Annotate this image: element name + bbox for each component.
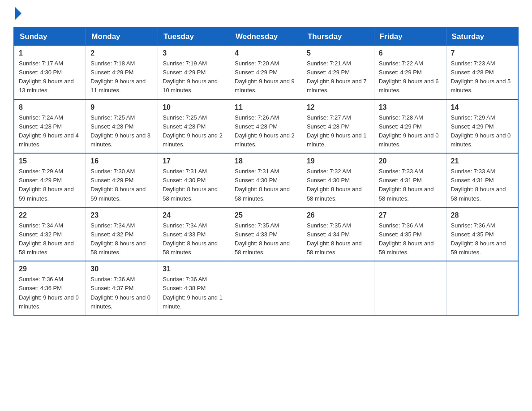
day-number: 1	[19, 49, 81, 57]
table-row: 24Sunrise: 7:34 AMSunset: 4:33 PMDayligh…	[158, 207, 230, 261]
table-row: 13Sunrise: 7:28 AMSunset: 4:29 PMDayligh…	[374, 99, 446, 154]
day-number: 11	[235, 103, 297, 111]
day-info: Sunrise: 7:36 AMSunset: 4:35 PMDaylight:…	[451, 221, 513, 257]
day-number: 2	[90, 49, 153, 57]
day-number: 20	[379, 157, 442, 165]
day-info: Sunrise: 7:18 AMSunset: 4:29 PMDaylight:…	[90, 59, 153, 95]
table-row: 26Sunrise: 7:35 AMSunset: 4:34 PMDayligh…	[302, 207, 374, 261]
day-info: Sunrise: 7:25 AMSunset: 4:28 PMDaylight:…	[163, 113, 225, 150]
day-number: 29	[19, 265, 81, 273]
header-friday: Friday	[374, 27, 446, 46]
weekday-header-row: Sunday Monday Tuesday Wednesday Thursday…	[14, 27, 518, 46]
day-number: 22	[19, 211, 81, 219]
day-number: 6	[379, 49, 442, 57]
day-info: Sunrise: 7:31 AMSunset: 4:30 PMDaylight:…	[235, 167, 297, 203]
day-number: 15	[19, 157, 81, 165]
table-row: 27Sunrise: 7:36 AMSunset: 4:35 PMDayligh…	[374, 207, 446, 261]
day-info: Sunrise: 7:31 AMSunset: 4:30 PMDaylight:…	[163, 167, 225, 203]
table-row: 28Sunrise: 7:36 AMSunset: 4:35 PMDayligh…	[446, 207, 518, 261]
table-row	[302, 261, 374, 315]
day-info: Sunrise: 7:32 AMSunset: 4:30 PMDaylight:…	[307, 167, 369, 203]
day-info: Sunrise: 7:25 AMSunset: 4:28 PMDaylight:…	[90, 113, 153, 150]
day-number: 21	[451, 157, 513, 165]
table-row: 10Sunrise: 7:25 AMSunset: 4:28 PMDayligh…	[158, 99, 230, 154]
day-info: Sunrise: 7:33 AMSunset: 4:31 PMDaylight:…	[451, 167, 513, 203]
table-row: 30Sunrise: 7:36 AMSunset: 4:37 PMDayligh…	[86, 261, 158, 315]
table-row: 6Sunrise: 7:22 AMSunset: 4:29 PMDaylight…	[374, 46, 446, 99]
table-row: 7Sunrise: 7:23 AMSunset: 4:28 PMDaylight…	[446, 46, 518, 99]
day-info: Sunrise: 7:26 AMSunset: 4:28 PMDaylight:…	[235, 113, 297, 150]
table-row	[230, 261, 302, 315]
table-row: 20Sunrise: 7:33 AMSunset: 4:31 PMDayligh…	[374, 153, 446, 207]
table-row	[446, 261, 518, 315]
table-row: 18Sunrise: 7:31 AMSunset: 4:30 PMDayligh…	[230, 153, 302, 207]
day-info: Sunrise: 7:35 AMSunset: 4:33 PMDaylight:…	[235, 221, 297, 257]
day-info: Sunrise: 7:24 AMSunset: 4:28 PMDaylight:…	[19, 113, 81, 150]
header-wednesday: Wednesday	[230, 27, 302, 46]
day-number: 7	[451, 49, 513, 57]
table-row: 9Sunrise: 7:25 AMSunset: 4:28 PMDaylight…	[86, 99, 158, 154]
day-info: Sunrise: 7:34 AMSunset: 4:32 PMDaylight:…	[19, 221, 81, 257]
day-info: Sunrise: 7:22 AMSunset: 4:29 PMDaylight:…	[379, 59, 442, 95]
table-row: 8Sunrise: 7:24 AMSunset: 4:28 PMDaylight…	[14, 99, 86, 154]
day-info: Sunrise: 7:28 AMSunset: 4:29 PMDaylight:…	[379, 113, 442, 150]
day-info: Sunrise: 7:27 AMSunset: 4:28 PMDaylight:…	[307, 113, 369, 150]
table-row: 11Sunrise: 7:26 AMSunset: 4:28 PMDayligh…	[230, 99, 302, 154]
day-number: 3	[163, 49, 225, 57]
calendar-table: Sunday Monday Tuesday Wednesday Thursday…	[13, 27, 519, 316]
header-monday: Monday	[86, 27, 158, 46]
day-info: Sunrise: 7:36 AMSunset: 4:36 PMDaylight:…	[19, 275, 81, 311]
table-row: 15Sunrise: 7:29 AMSunset: 4:29 PMDayligh…	[14, 153, 86, 207]
table-row: 21Sunrise: 7:33 AMSunset: 4:31 PMDayligh…	[446, 153, 518, 207]
day-number: 26	[307, 211, 369, 219]
table-row: 4Sunrise: 7:20 AMSunset: 4:29 PMDaylight…	[230, 46, 302, 99]
day-number: 5	[307, 49, 369, 57]
day-info: Sunrise: 7:36 AMSunset: 4:37 PMDaylight:…	[90, 275, 153, 311]
logo-arrow-icon	[15, 7, 21, 20]
calendar-week-row: 15Sunrise: 7:29 AMSunset: 4:29 PMDayligh…	[14, 153, 518, 207]
day-number: 13	[379, 103, 442, 111]
table-row: 17Sunrise: 7:31 AMSunset: 4:30 PMDayligh…	[158, 153, 230, 207]
table-row: 12Sunrise: 7:27 AMSunset: 4:28 PMDayligh…	[302, 99, 374, 154]
day-info: Sunrise: 7:23 AMSunset: 4:28 PMDaylight:…	[451, 59, 513, 95]
day-info: Sunrise: 7:20 AMSunset: 4:29 PMDaylight:…	[235, 59, 297, 95]
day-number: 25	[235, 211, 297, 219]
day-info: Sunrise: 7:36 AMSunset: 4:38 PMDaylight:…	[163, 275, 225, 311]
table-row: 3Sunrise: 7:19 AMSunset: 4:29 PMDaylight…	[158, 46, 230, 99]
day-info: Sunrise: 7:33 AMSunset: 4:31 PMDaylight:…	[379, 167, 442, 203]
table-row: 22Sunrise: 7:34 AMSunset: 4:32 PMDayligh…	[14, 207, 86, 261]
calendar-week-row: 22Sunrise: 7:34 AMSunset: 4:32 PMDayligh…	[14, 207, 518, 261]
table-row: 23Sunrise: 7:34 AMSunset: 4:32 PMDayligh…	[86, 207, 158, 261]
day-number: 16	[90, 157, 153, 165]
day-number: 8	[19, 103, 81, 111]
day-number: 17	[163, 157, 225, 165]
day-info: Sunrise: 7:35 AMSunset: 4:34 PMDaylight:…	[307, 221, 369, 257]
day-number: 31	[163, 265, 225, 273]
page-header	[13, 9, 519, 20]
header-tuesday: Tuesday	[158, 27, 230, 46]
header-sunday: Sunday	[14, 27, 86, 46]
table-row: 5Sunrise: 7:21 AMSunset: 4:29 PMDaylight…	[302, 46, 374, 99]
day-info: Sunrise: 7:36 AMSunset: 4:35 PMDaylight:…	[379, 221, 442, 257]
header-saturday: Saturday	[446, 27, 518, 46]
table-row: 16Sunrise: 7:30 AMSunset: 4:29 PMDayligh…	[86, 153, 158, 207]
day-info: Sunrise: 7:29 AMSunset: 4:29 PMDaylight:…	[451, 113, 513, 150]
table-row	[374, 261, 446, 315]
day-number: 4	[235, 49, 297, 57]
day-info: Sunrise: 7:34 AMSunset: 4:32 PMDaylight:…	[90, 221, 153, 257]
day-info: Sunrise: 7:34 AMSunset: 4:33 PMDaylight:…	[163, 221, 225, 257]
header-thursday: Thursday	[302, 27, 374, 46]
table-row: 29Sunrise: 7:36 AMSunset: 4:36 PMDayligh…	[14, 261, 86, 315]
day-number: 19	[307, 157, 369, 165]
day-info: Sunrise: 7:29 AMSunset: 4:29 PMDaylight:…	[19, 167, 81, 203]
day-number: 10	[163, 103, 225, 111]
table-row: 14Sunrise: 7:29 AMSunset: 4:29 PMDayligh…	[446, 99, 518, 154]
day-info: Sunrise: 7:19 AMSunset: 4:29 PMDaylight:…	[163, 59, 225, 95]
day-number: 18	[235, 157, 297, 165]
table-row: 2Sunrise: 7:18 AMSunset: 4:29 PMDaylight…	[86, 46, 158, 99]
calendar-week-row: 1Sunrise: 7:17 AMSunset: 4:30 PMDaylight…	[14, 46, 518, 99]
table-row: 1Sunrise: 7:17 AMSunset: 4:30 PMDaylight…	[14, 46, 86, 99]
day-number: 27	[379, 211, 442, 219]
calendar-week-row: 29Sunrise: 7:36 AMSunset: 4:36 PMDayligh…	[14, 261, 518, 315]
table-row: 25Sunrise: 7:35 AMSunset: 4:33 PMDayligh…	[230, 207, 302, 261]
